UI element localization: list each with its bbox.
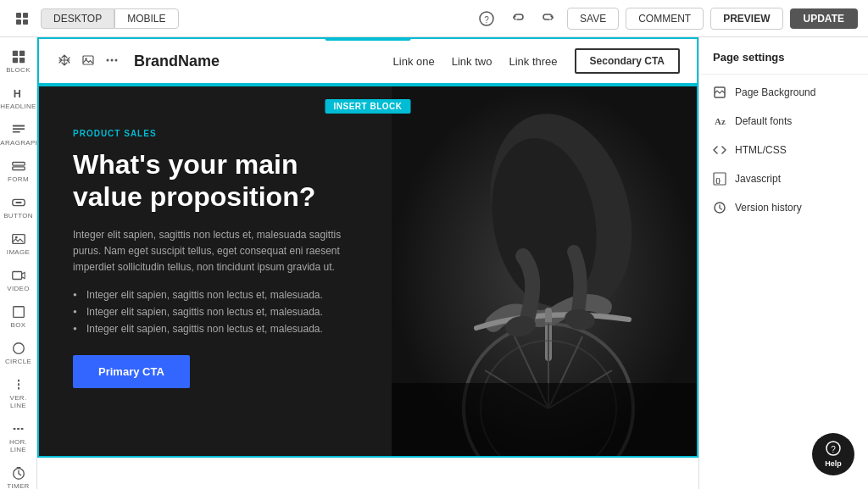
sidebar-item-box-label: BOX — [11, 321, 26, 329]
settings-version-history-label: Version history — [735, 202, 802, 214]
video-icon — [11, 268, 26, 283]
svg-rect-20 — [12, 272, 21, 280]
canvas-wrapper: INSERT BLOCK — [37, 37, 698, 489]
sidebar-item-headline[interactable]: H HEADLINE — [3, 81, 35, 115]
left-sidebar: BLOCK H HEADLINE PARAGRAPH FORM — [0, 37, 37, 489]
save-btn[interactable]: SAVE — [567, 8, 619, 30]
sidebar-item-paragraph-label: PARAGRAPH — [0, 139, 37, 147]
settings-javascript[interactable]: {} Javascript — [699, 164, 868, 193]
nav-link-2[interactable]: Link two — [452, 55, 492, 68]
sidebar-item-ver-line[interactable]: VER. LINE — [3, 372, 35, 414]
circle-icon — [11, 341, 26, 356]
history-icon — [713, 201, 726, 214]
insert-block-top-btn[interactable]: INSERT BLOCK — [326, 37, 411, 41]
settings-html-css-label: HTML/CSS — [735, 144, 787, 156]
box-icon — [11, 304, 26, 320]
help-icon: ? — [826, 441, 841, 456]
hero-block: PRODUCT SALES What's your main value pro… — [37, 85, 698, 458]
svg-rect-11 — [12, 125, 24, 127]
settings-default-fonts-label: Default fonts — [735, 115, 792, 127]
svg-rect-13 — [12, 131, 19, 133]
svg-rect-8 — [12, 58, 17, 63]
sidebar-item-timer[interactable]: TIMER — [3, 460, 35, 489]
help-btn-label: Help — [825, 459, 842, 468]
sidebar-item-image[interactable]: IMAGE — [3, 226, 35, 261]
nav-more-btn[interactable] — [103, 52, 120, 71]
sidebar-item-block[interactable]: BLOCK — [3, 44, 35, 79]
code-icon — [713, 143, 726, 157]
form-icon — [11, 158, 26, 174]
sidebar-item-paragraph[interactable]: PARAGRAPH — [3, 117, 35, 152]
sidebar-item-form-label: FORM — [8, 175, 29, 183]
secondary-cta-btn[interactable]: Secondary CTA — [575, 48, 680, 74]
sidebar-item-form[interactable]: FORM — [3, 153, 35, 188]
brand-name: BrandName — [134, 53, 220, 70]
svg-rect-14 — [12, 163, 24, 166]
question-icon: ? — [479, 11, 494, 26]
toolbar-right: ? SAVE COMMENT PREVIEW UPDATE — [474, 8, 858, 30]
ver-line-icon — [11, 377, 26, 392]
nav-link-1[interactable]: Link one — [393, 55, 435, 68]
undo-btn[interactable] — [506, 8, 530, 29]
sidebar-item-circle-label: CIRCLE — [5, 358, 31, 365]
svg-rect-17 — [15, 202, 21, 203]
sidebar-item-hor-line[interactable]: HOR. LINE — [3, 416, 35, 458]
settings-page-background[interactable]: Page Background — [699, 78, 868, 107]
svg-point-22 — [13, 343, 24, 354]
sidebar-item-video-label: VIDEO — [7, 285, 29, 292]
product-label: PRODUCT SALES — [73, 129, 358, 138]
redo-btn[interactable] — [537, 8, 560, 29]
preview-btn[interactable]: PREVIEW — [710, 8, 782, 30]
settings-html-css[interactable]: HTML/CSS — [699, 136, 868, 164]
sidebar-item-button[interactable]: BUTTON — [3, 190, 35, 225]
settings-javascript-label: Javascript — [735, 173, 781, 185]
hero-image — [392, 86, 697, 456]
canvas-area[interactable]: INSERT BLOCK — [37, 37, 698, 489]
desktop-view-btn[interactable]: DESKTOP — [41, 8, 114, 29]
block-icon — [11, 49, 26, 64]
update-btn[interactable]: UPDATE — [790, 8, 858, 29]
nav-move-btn[interactable] — [56, 52, 73, 71]
svg-rect-21 — [13, 307, 24, 318]
button-icon — [11, 195, 26, 210]
sidebar-item-circle[interactable]: CIRCLE — [3, 336, 35, 370]
menu-icon-btn[interactable] — [10, 8, 34, 29]
hero-bullets: Integer elit sapien, sagittis non lectus… — [73, 289, 358, 335]
sidebar-item-box[interactable]: BOX — [3, 299, 35, 334]
hero-image-svg — [392, 86, 697, 456]
svg-rect-12 — [12, 128, 24, 130]
nav-link-3[interactable]: Link three — [509, 55, 557, 68]
svg-rect-15 — [12, 167, 24, 170]
grid-icon — [15, 12, 29, 25]
hero-bullet-1: Integer elit sapien, sagittis non lectus… — [73, 289, 358, 301]
hero-description: Integer elit sapien, sagittis non lectus… — [73, 227, 358, 276]
help-button[interactable]: ? Help — [812, 433, 854, 475]
insert-block-mid-btn[interactable]: INSERT BLOCK — [326, 99, 411, 114]
javascript-icon: {} — [713, 172, 726, 186]
svg-point-30 — [115, 58, 118, 61]
settings-version-history[interactable]: Version history — [699, 193, 868, 222]
image-sm-icon — [81, 53, 95, 67]
help-icon-btn[interactable]: ? — [474, 8, 499, 30]
comment-btn[interactable]: COMMENT — [626, 8, 704, 30]
svg-text:?: ? — [484, 14, 489, 24]
svg-rect-6 — [12, 51, 17, 56]
nav-image-btn[interactable] — [80, 52, 97, 71]
primary-cta-btn[interactable]: Primary CTA — [73, 355, 190, 388]
more-dots-icon — [105, 53, 119, 67]
paragraph-icon — [11, 122, 26, 137]
sidebar-item-image-label: IMAGE — [7, 248, 30, 256]
svg-rect-1 — [23, 13, 28, 18]
svg-rect-3 — [23, 19, 28, 25]
image-icon — [11, 231, 26, 247]
hero-bullet-3: Integer elit sapien, sagittis non lectus… — [73, 323, 358, 335]
svg-text:Az: Az — [715, 116, 726, 126]
svg-rect-2 — [16, 19, 21, 25]
right-sidebar-title: Page settings — [699, 51, 868, 75]
settings-default-fonts[interactable]: Az Default fonts — [699, 107, 868, 136]
svg-rect-9 — [19, 58, 24, 63]
mobile-view-btn[interactable]: MOBILE — [114, 8, 178, 29]
undo-icon — [511, 12, 525, 25]
sidebar-item-timer-label: TIMER — [7, 482, 29, 489]
sidebar-item-video[interactable]: VIDEO — [3, 263, 35, 297]
